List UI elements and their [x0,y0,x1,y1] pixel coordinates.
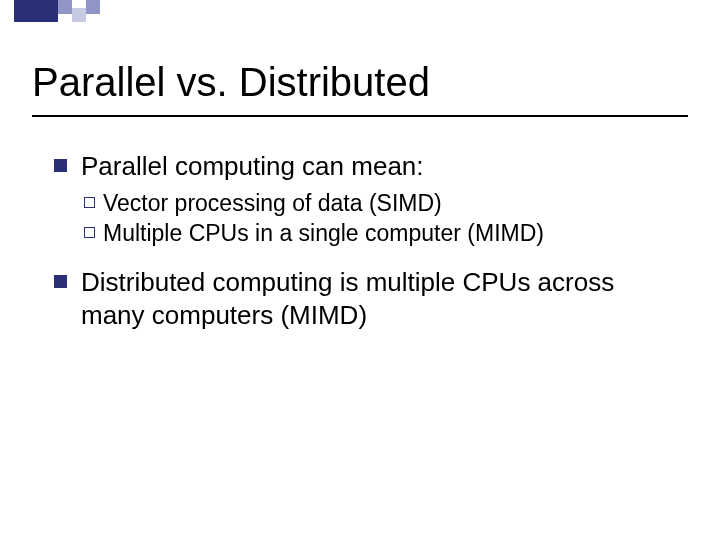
bullet-text: Distributed computing is multiple CPUs a… [81,266,680,331]
decor-square [36,0,58,22]
decor-square [86,0,100,14]
hollow-square-bullet-icon [84,227,95,238]
bullet-text: Parallel computing can mean: [81,150,680,183]
bullet-level1: Distributed computing is multiple CPUs a… [54,266,680,331]
sub-bullet-text: Vector processing of data (SIMD) [103,189,680,218]
bullet-level1: Parallel computing can mean: Vector proc… [54,150,680,248]
square-bullet-icon [54,159,67,172]
corner-decor [14,0,100,22]
decor-square [14,0,36,22]
hollow-square-bullet-icon [84,197,95,208]
bullet-row: Parallel computing can mean: [54,150,680,183]
title-underline [32,115,688,117]
bullet-row: Distributed computing is multiple CPUs a… [54,266,680,331]
sub-bullets: Vector processing of data (SIMD) Multipl… [84,189,680,249]
decor-square [58,0,72,14]
sub-bullet-row: Multiple CPUs in a single computer (MIMD… [84,219,680,248]
slide: Parallel vs. Distributed Parallel comput… [0,0,720,540]
sub-bullet-text: Multiple CPUs in a single computer (MIMD… [103,219,680,248]
slide-body: Parallel computing can mean: Vector proc… [54,150,680,349]
sub-bullet-row: Vector processing of data (SIMD) [84,189,680,218]
decor-square [72,8,86,22]
slide-title: Parallel vs. Distributed [32,60,688,105]
square-bullet-icon [54,275,67,288]
title-area: Parallel vs. Distributed [32,60,688,117]
